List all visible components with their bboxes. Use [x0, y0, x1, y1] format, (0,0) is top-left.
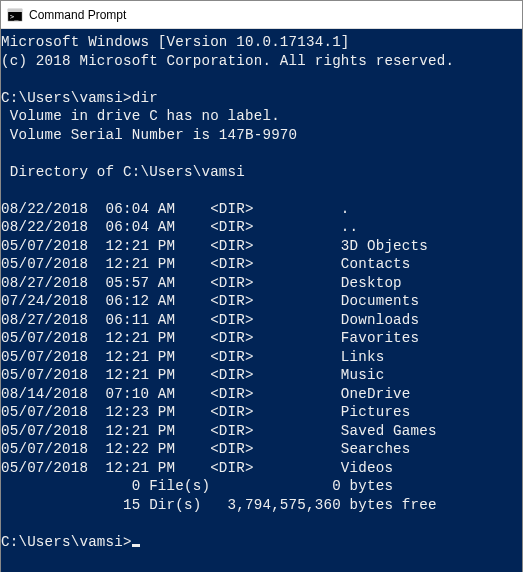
prompt-2: C:\Users\vamsi> [1, 534, 132, 550]
svg-text:>_: >_ [10, 13, 19, 21]
directory-listing: 08/22/2018 06:04 AM <DIR> . 08/22/2018 0… [1, 201, 437, 476]
directory-of: Directory of C:\Users\vamsi [1, 164, 245, 180]
terminal-output[interactable]: Microsoft Windows [Version 10.0.17134.1]… [1, 29, 522, 572]
cmd-icon: >_ [7, 7, 23, 23]
summary-dirs: 15 Dir(s) 3,794,575,360 bytes free [1, 497, 437, 513]
serial-line: Volume Serial Number is 147B-9970 [1, 127, 297, 143]
svg-rect-1 [8, 9, 22, 12]
cursor [132, 544, 140, 547]
volume-line: Volume in drive C has no label. [1, 108, 280, 124]
banner-line-2: (c) 2018 Microsoft Corporation. All righ… [1, 53, 454, 69]
command-prompt-window: >_ Command Prompt Microsoft Windows [Ver… [0, 0, 523, 572]
prompt-1: C:\Users\vamsi> [1, 90, 132, 106]
command-1: dir [132, 90, 158, 106]
titlebar[interactable]: >_ Command Prompt [1, 1, 522, 29]
summary-files: 0 File(s) 0 bytes [1, 478, 393, 494]
window-title: Command Prompt [29, 8, 126, 22]
banner-line-1: Microsoft Windows [Version 10.0.17134.1] [1, 34, 350, 50]
